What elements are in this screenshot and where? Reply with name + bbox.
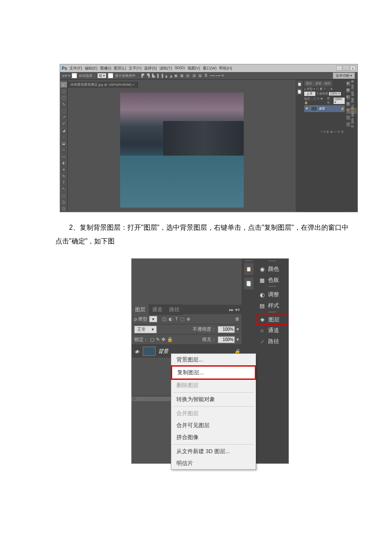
tool-brush[interactable]: ◢	[61, 127, 67, 133]
tab-layers[interactable]: 图层	[132, 304, 149, 315]
close-button[interactable]: x	[350, 66, 356, 71]
tool-crop[interactable]: ⬚	[61, 108, 67, 113]
tool-dodge[interactable]: ✦	[61, 167, 67, 172]
panel-通道[interactable]: ○通道	[346, 115, 357, 121]
tab-paths[interactable]: 路径	[166, 304, 183, 315]
menu-layer[interactable]: 图层(L)	[114, 66, 126, 71]
layer-row-bg[interactable]: 👁 背景 🔒	[304, 105, 345, 112]
panel-icon-1[interactable]: 📋	[297, 81, 303, 87]
toolbar: ▸ ▢ ◯ ✎ ⬚ ↗ ✐ ◢ ⟋ ⬓ ✧ ▭ ◐ ✦ ↻ T ↖ ▢ ◫ Q	[60, 80, 68, 212]
filter-text-icon[interactable]: T	[175, 317, 178, 321]
opacity-val[interactable]: 100% ▾	[329, 92, 341, 95]
filter-dropdown[interactable]: ▾	[149, 316, 157, 322]
menu-filter[interactable]: 滤镜(T)	[159, 66, 172, 71]
lock-pos-icon[interactable]: ✥	[161, 337, 165, 342]
menu-3d[interactable]: 3D(D)	[175, 66, 185, 71]
opacity-input[interactable]	[218, 326, 235, 333]
panel-button-路径[interactable]: ⟋路径	[257, 336, 288, 347]
menu-item-复制图层[interactable]: 复制图层...	[171, 365, 256, 380]
panel-menu-icon[interactable]: ▾≡	[235, 307, 240, 312]
tool-eraser[interactable]: ✧	[61, 147, 67, 153]
blend-mode[interactable]: 正常	[304, 92, 315, 96]
tool-lasso[interactable]: ◯	[61, 95, 67, 101]
panel-颜色[interactable]: ◉颜色	[346, 81, 357, 87]
tool-hand[interactable]: ◫	[61, 199, 67, 205]
tool-stamp[interactable]: ⟋	[61, 134, 67, 139]
visibility-icon[interactable]: 👁	[134, 349, 140, 353]
tool-path[interactable]: ↖	[61, 186, 67, 192]
tool-wand[interactable]: ✎	[61, 101, 67, 107]
tool-heal[interactable]: ✐	[61, 121, 67, 127]
panel-button-通道[interactable]: ○通道	[257, 325, 288, 335]
tab-channels[interactable]: 通道	[314, 81, 323, 87]
panel-button-图层[interactable]: ❖图层	[257, 315, 288, 325]
panel-button-调整[interactable]: ◐调整	[257, 289, 288, 300]
filter-pixel-icon[interactable]: ▢	[162, 317, 166, 321]
tab-layers[interactable]: 图层	[304, 81, 314, 87]
minimize-button[interactable]: –	[336, 66, 342, 71]
opacity-dropdown-icon[interactable]: ▾	[236, 327, 239, 332]
maximize-button[interactable]: ▢	[343, 66, 349, 71]
tab-paths[interactable]: 路径	[323, 81, 332, 87]
tool-marquee[interactable]: ▢	[61, 88, 67, 94]
fill-dropdown-icon[interactable]: ▾	[236, 337, 239, 342]
menu-view[interactable]: 视图(V)	[187, 66, 200, 71]
panel-调整[interactable]: ◐调整	[346, 94, 357, 100]
panel-button-颜色[interactable]: ◉颜色	[257, 264, 288, 274]
tool-move[interactable]: ▸	[61, 82, 67, 87]
show-transform-checkbox[interactable]	[108, 73, 113, 78]
menu-help[interactable]: 帮助(H)	[219, 66, 232, 71]
lock-pixel-icon[interactable]: ✎	[156, 337, 160, 342]
menu-item-拼合图像[interactable]: 拼合图像	[171, 431, 256, 443]
tool-gradient[interactable]: ▭	[61, 153, 67, 159]
lock-trans-icon[interactable]: ▢	[150, 337, 154, 342]
tool-history[interactable]: ⬓	[61, 141, 67, 146]
collapse-icon[interactable]: ▸▸	[229, 307, 233, 312]
menu-item-明信片[interactable]: 明信片	[171, 457, 256, 469]
menu-image[interactable]: 图像(I)	[100, 66, 112, 71]
tool-zoom[interactable]: Q	[61, 206, 67, 211]
panel-button-样式[interactable]: ▤样式	[257, 301, 288, 311]
tool-text[interactable]: T	[61, 179, 67, 185]
panel-icon-2[interactable]: 📑	[297, 88, 303, 95]
menu-type[interactable]: 文字(Y)	[129, 66, 141, 71]
history-panel-icon[interactable]: 📋	[244, 263, 254, 275]
menu-file[interactable]: 文件(F)	[69, 66, 82, 71]
fill-input[interactable]	[218, 336, 235, 343]
tool-pen[interactable]: ↻	[61, 173, 67, 179]
menu-item-合并可见图层[interactable]: 合并可见图层	[171, 419, 256, 431]
menu-edit[interactable]: 编辑(E)	[85, 66, 98, 71]
filter-smart-icon[interactable]: ⊕	[187, 317, 190, 321]
menu-window[interactable]: 窗口(W)	[203, 66, 217, 71]
panel-样式[interactable]: ▤样式	[346, 101, 357, 107]
menu-item-背景图层[interactable]: 背景图层...	[171, 354, 256, 366]
menu-item-从文件新建 3D 图层[interactable]: 从文件新建 3D 图层...	[171, 445, 256, 457]
menu-select[interactable]: 选择(S)	[144, 66, 157, 71]
auto-select-dropdown[interactable]: 组 ▾	[98, 73, 106, 78]
workspace-switcher[interactable]: 基本功能 ▾	[333, 72, 355, 79]
layer-bottom-icons[interactable]: ∞ fx ◐ ◉ ▭ ⊞ 🗑	[304, 129, 345, 134]
panel-button-色板[interactable]: ▦色板	[257, 275, 288, 285]
tool-blur[interactable]: ◐	[61, 160, 67, 166]
tool-shape[interactable]: ▢	[61, 193, 67, 198]
panel-路径[interactable]: ⟋路径	[346, 121, 357, 127]
actions-panel-icon[interactable]: 📑	[244, 278, 254, 289]
lock-row[interactable]: 锁定：▢ ✎ ✥ 🔒	[304, 97, 326, 104]
canvas[interactable]	[68, 88, 296, 212]
filter-adjust-icon[interactable]: ◐	[169, 317, 173, 321]
fill-val[interactable]: 100% ▾	[334, 98, 345, 104]
align-icons[interactable]: ▛ ▜ ▙ ▌▐ ▖▗ ▣ ▦ ▤ ▥ ▧ ≣ ⟷⟶⟲	[141, 74, 225, 78]
visibility-icon[interactable]: 👁	[305, 107, 309, 110]
panel-色板[interactable]: ▦色板	[346, 87, 357, 93]
lock-all-icon[interactable]: 🔒	[167, 337, 173, 342]
blend-mode-dropdown[interactable]: 正常▾	[134, 326, 157, 333]
tab-channels[interactable]: 通道	[149, 304, 166, 315]
filter-shape-icon[interactable]: ⬚	[180, 317, 184, 321]
filter-toggle-icon[interactable]: ≣	[235, 316, 239, 322]
panel-图层[interactable]: ❖图层	[346, 108, 357, 114]
document-tab[interactable]: 休闲度假度假酒店.jpg @ 100%(RGB/8#) ×	[68, 82, 138, 88]
menu-item-转换为智能对象[interactable]: 转换为智能对象	[171, 393, 256, 405]
tool-eyedropper[interactable]: ↗	[61, 114, 67, 120]
auto-select-checkbox[interactable]	[72, 73, 77, 78]
filter-type-row[interactable]: ρ 类型 ▾ ▢ ◐ T ⬚ ⊕	[304, 87, 333, 91]
